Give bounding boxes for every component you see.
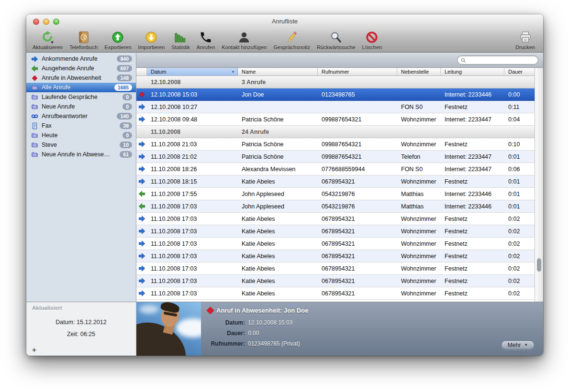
window-title: Anrufliste xyxy=(26,14,543,29)
count-badge: 1685 xyxy=(114,84,132,91)
search-input[interactable] xyxy=(466,56,535,64)
toolbar-button-telefonbuch[interactable]: Telefonbuch xyxy=(66,30,101,50)
count-badge: 140 xyxy=(117,113,132,120)
toolbar-button-rueckwaertssuche[interactable]: Rückwärtssuche xyxy=(313,30,359,50)
answering-machine-icon xyxy=(31,112,39,120)
missed-diamond-icon xyxy=(136,91,147,98)
sidebar-item-neue-anrufe[interactable]: Neue Anrufe 0 xyxy=(26,102,136,111)
cell-nebenstelle: FON S0 xyxy=(397,104,441,110)
cell-nebenstelle: Matthias xyxy=(397,203,441,210)
cell-rufnummer: 0678954321 xyxy=(318,178,397,185)
count-badge: 0 xyxy=(123,103,132,110)
more-button[interactable]: Mehr ▼ xyxy=(501,340,535,349)
incoming-arrow-icon xyxy=(136,240,147,247)
toolbar-button-label: Importieren xyxy=(138,44,165,50)
toolbar-button-exportieren[interactable]: Exportieren xyxy=(101,30,134,50)
table-row[interactable]: 12.10.2008 15:03 Jon Doe 0123498765 Inte… xyxy=(136,88,535,101)
group-date: 11.10.2008 xyxy=(136,129,238,135)
cell-rufnummer: 0776688559944 xyxy=(318,166,397,173)
table-row[interactable]: 11.10.2008 17:03 Katie Abeles 0678954321… xyxy=(136,238,535,250)
cell-datum: 11.10.2008 17:03 xyxy=(147,240,238,247)
toolbar-button-loeschen[interactable]: Löschen xyxy=(359,30,386,50)
sidebar: Ankommende Anrufe 840 Ausgehende Anrufe … xyxy=(26,53,136,302)
column-header-leitung[interactable]: Leitung xyxy=(441,68,504,76)
table-row[interactable]: 11.10.2008 17:03 Katie Abeles 0678954321… xyxy=(136,213,535,225)
search-bar-row xyxy=(136,53,543,68)
column-header-icon[interactable] xyxy=(136,68,147,76)
column-header-name[interactable]: Name xyxy=(238,68,318,76)
sidebar-item-neue-anrufe-in-abwese[interactable]: Neue Anrufe in Abwese… 61 xyxy=(26,150,136,159)
toolbar-button-label: Rückwärtssuche xyxy=(317,44,356,50)
table-row[interactable]: 11.10.2008 17:03 Katie Abeles 0678954321… xyxy=(136,250,535,262)
cell-leitung: Internet: 2233446 xyxy=(441,203,504,210)
sidebar-item-label: Alle Anrufe xyxy=(42,84,114,91)
toolbar-button-kontakt-hinzufuegen[interactable]: Kontakt hinzufügen xyxy=(218,30,270,50)
sidebar-item-anrufbeantworter[interactable]: Anrufbeantworter 140 xyxy=(26,111,136,121)
sidebar-item-ankommende-anrufe[interactable]: Ankommende Anrufe 840 xyxy=(26,54,136,64)
toolbar-button-anrufen[interactable]: Anrufen xyxy=(193,30,219,50)
cell-name: Katie Abeles xyxy=(238,278,318,284)
call-table: Datum ▼ Name Rufnummer Nebenstelle Leitu… xyxy=(136,68,543,302)
table-row[interactable]: 11.10.2008 17:03 Katie Abeles 0678954321… xyxy=(136,287,535,300)
cell-rufnummer: 0678954321 xyxy=(318,290,397,297)
titlebar[interactable]: Anrufliste xyxy=(26,14,543,29)
toolbar-button-importieren[interactable]: Importieren xyxy=(135,30,168,50)
cell-rufnummer: 0678954321 xyxy=(318,278,397,284)
sidebar-item-label: Neue Anrufe xyxy=(42,103,123,110)
toolbar-button-aktualisieren[interactable]: Aktualisieren xyxy=(29,30,66,50)
cell-name: Jon Doe xyxy=(238,91,318,98)
column-header-label: Rufnummer xyxy=(322,69,349,75)
sidebar-item-heute[interactable]: Heute 0 xyxy=(26,131,136,140)
table-row[interactable]: 11.10.2008 18:15 Katie Abeles 0678954321… xyxy=(136,175,535,188)
sidebar-item-steve[interactable]: Steve 10 xyxy=(26,140,136,150)
detail-field: Datum: 12.10.2008 15:03 xyxy=(201,319,292,326)
group-count: 3 Anrufe xyxy=(238,79,535,86)
table-row[interactable]: 12.10.2008 09:48 Patricia Schöne 0998876… xyxy=(136,113,535,126)
column-header-dauer[interactable]: Dauer xyxy=(504,68,535,76)
bottom-panels: Aktualisiert Datum: 15.12.2012 Zeit: 06:… xyxy=(26,302,543,356)
sidebar-item-alle-anrufe[interactable]: Alle Anrufe 1685 xyxy=(26,83,136,92)
sidebar-item-label: Ankommende Anrufe xyxy=(42,55,117,62)
pencil-icon xyxy=(285,30,299,44)
table-row[interactable]: 11.10.2008 17:03 John Appleseed 05432198… xyxy=(136,200,535,213)
toolbar-button-label: Aktualisieren xyxy=(33,44,63,50)
table-group-row[interactable]: 12.10.2008 3 Anrufe xyxy=(136,76,535,88)
status-date: Datum: 15.12.2012 xyxy=(26,319,136,326)
smart-folder-icon xyxy=(31,141,39,149)
table-group-row[interactable]: 11.10.2008 24 Anrufe xyxy=(136,126,535,138)
table-row[interactable]: 11.10.2008 21:02 Patricia Schöne 0998876… xyxy=(136,151,535,163)
table-row[interactable]: 11.10.2008 17:03 Katie Abeles 0678954321… xyxy=(136,225,535,238)
cell-name: Katie Abeles xyxy=(238,178,318,185)
toolbar-button-drucken[interactable]: Drucken xyxy=(512,30,538,50)
cell-nebenstelle: FON S0 xyxy=(397,166,441,173)
search-field[interactable] xyxy=(457,55,538,65)
toolbar-button-gespraechsnotiz[interactable]: Gesprächsnotiz xyxy=(270,30,313,50)
table-row[interactable]: 12.10.2008 10:27 FON S0 Festnetz 0:11 xyxy=(136,101,535,113)
sidebar-item-anrufe-in-abwesenheit[interactable]: Anrufe in Abwesenheit 148 xyxy=(26,73,136,83)
table-row[interactable]: 11.10.2008 21:03 Patricia Schöne 0998876… xyxy=(136,138,535,151)
column-header-rufnummer[interactable]: Rufnummer xyxy=(318,68,397,76)
table-row[interactable]: 11.10.2008 17:03 Katie Abeles 0678954321… xyxy=(136,262,535,275)
table-row[interactable]: 11.10.2008 17:55 John Appleseed 05432198… xyxy=(136,188,535,200)
table-row[interactable]: 11.10.2008 17:03 Katie Abeles 0678954321… xyxy=(136,275,535,287)
toolbar-button-label: Anrufen xyxy=(197,44,215,50)
table-row[interactable]: 11.10.2008 18:26 Alexandra Mevissen 0776… xyxy=(136,163,535,175)
cell-datum: 12.10.2008 10:27 xyxy=(147,104,238,110)
vertical-scrollbar[interactable] xyxy=(535,68,543,302)
sidebar-item-fax[interactable]: Fax 38 xyxy=(26,121,136,131)
sidebar-item-ausgehende-anrufe[interactable]: Ausgehende Anrufe 697 xyxy=(26,64,136,73)
detail-field-label: Dauer: xyxy=(201,330,245,337)
sort-descending-icon: ▼ xyxy=(231,70,237,74)
column-header-datum[interactable]: Datum ▼ xyxy=(147,68,238,76)
sidebar-item-laufende-gespräche[interactable]: Laufende Gespräche 0 xyxy=(26,92,136,102)
cell-dauer: 0:02 xyxy=(504,240,535,247)
cell-dauer: 0:01 xyxy=(504,178,535,185)
add-button[interactable]: + xyxy=(32,346,36,353)
toolbar-button-statistik[interactable]: Statistik xyxy=(168,30,193,50)
cell-dauer: 0:01 xyxy=(504,153,535,160)
export-up-icon xyxy=(111,30,125,44)
column-header-nebenstelle[interactable]: Nebenstelle xyxy=(397,68,441,76)
refresh-icon xyxy=(40,30,55,44)
scrollbar-thumb[interactable] xyxy=(537,258,541,272)
cell-name: Katie Abeles xyxy=(238,290,318,297)
